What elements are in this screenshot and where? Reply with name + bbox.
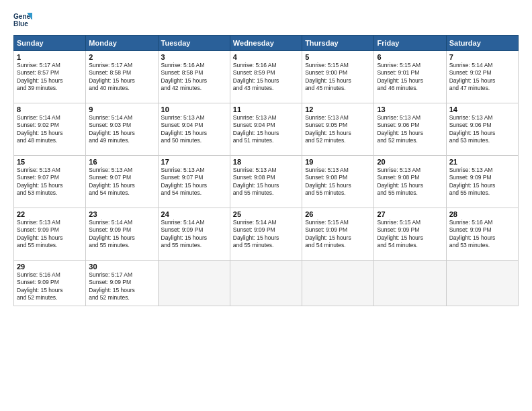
day-info: Sunrise: 5:17 AM Sunset: 8:57 PM Dayligh… — [17, 62, 83, 93]
weekday-header-monday: Monday — [86, 36, 158, 51]
day-number: 16 — [89, 158, 154, 166]
day-info: Sunrise: 5:16 AM Sunset: 9:09 PM Dayligh… — [449, 219, 515, 250]
day-info: Sunrise: 5:14 AM Sunset: 9:09 PM Dayligh… — [161, 219, 227, 250]
day-info: Sunrise: 5:17 AM Sunset: 9:09 PM Dayligh… — [89, 271, 154, 302]
day-number: 11 — [233, 105, 299, 113]
day-number: 21 — [449, 158, 515, 166]
day-info: Sunrise: 5:14 AM Sunset: 9:02 PM Dayligh… — [449, 62, 515, 93]
day-info: Sunrise: 5:16 AM Sunset: 8:58 PM Dayligh… — [161, 62, 227, 93]
day-info: Sunrise: 5:13 AM Sunset: 9:04 PM Dayligh… — [233, 114, 299, 145]
day-number: 9 — [89, 105, 154, 113]
day-info: Sunrise: 5:14 AM Sunset: 9:09 PM Dayligh… — [233, 219, 299, 250]
day-info: Sunrise: 5:13 AM Sunset: 9:08 PM Dayligh… — [305, 167, 371, 197]
day-number: 24 — [161, 210, 227, 218]
calendar-cell: 12 Sunrise: 5:13 AM Sunset: 9:05 PM Dayl… — [302, 103, 374, 156]
day-info: Sunrise: 5:13 AM Sunset: 9:06 PM Dayligh… — [377, 114, 443, 145]
weekday-header-wednesday: Wednesday — [230, 36, 302, 51]
day-number: 6 — [377, 53, 443, 61]
weekday-header-tuesday: Tuesday — [158, 36, 230, 51]
day-info: Sunrise: 5:13 AM Sunset: 9:07 PM Dayligh… — [89, 167, 154, 197]
day-info: Sunrise: 5:13 AM Sunset: 9:08 PM Dayligh… — [377, 167, 443, 197]
calendar-cell: 22 Sunrise: 5:13 AM Sunset: 9:09 PM Dayl… — [14, 208, 86, 261]
calendar-cell: 30 Sunrise: 5:17 AM Sunset: 9:09 PM Dayl… — [86, 261, 158, 306]
calendar-cell: 23 Sunrise: 5:14 AM Sunset: 9:09 PM Dayl… — [86, 208, 158, 261]
day-info: Sunrise: 5:15 AM Sunset: 9:01 PM Dayligh… — [377, 62, 443, 93]
day-info: Sunrise: 5:14 AM Sunset: 9:02 PM Dayligh… — [17, 114, 83, 145]
day-number: 5 — [305, 53, 371, 61]
calendar-cell: 11 Sunrise: 5:13 AM Sunset: 9:04 PM Dayl… — [230, 103, 302, 156]
day-info: Sunrise: 5:15 AM Sunset: 9:00 PM Dayligh… — [305, 62, 371, 93]
day-number: 12 — [305, 105, 371, 113]
calendar-cell: 25 Sunrise: 5:14 AM Sunset: 9:09 PM Dayl… — [230, 208, 302, 261]
day-number: 25 — [233, 210, 299, 218]
day-info: Sunrise: 5:13 AM Sunset: 9:07 PM Dayligh… — [17, 167, 83, 197]
day-info: Sunrise: 5:13 AM Sunset: 9:09 PM Dayligh… — [449, 167, 515, 197]
day-number: 14 — [449, 105, 515, 113]
day-info: Sunrise: 5:17 AM Sunset: 8:58 PM Dayligh… — [89, 62, 154, 93]
calendar-cell: 3 Sunrise: 5:16 AM Sunset: 8:58 PM Dayli… — [158, 51, 230, 103]
calendar-cell: 19 Sunrise: 5:13 AM Sunset: 9:08 PM Dayl… — [302, 156, 374, 208]
calendar-cell: 8 Sunrise: 5:14 AM Sunset: 9:02 PM Dayli… — [14, 103, 86, 156]
general-blue-logo: General Blue — [13, 11, 32, 30]
day-info: Sunrise: 5:13 AM Sunset: 9:09 PM Dayligh… — [17, 219, 83, 250]
day-number: 23 — [89, 210, 154, 218]
calendar-cell: 4 Sunrise: 5:16 AM Sunset: 8:59 PM Dayli… — [230, 51, 302, 103]
day-info: Sunrise: 5:14 AM Sunset: 9:03 PM Dayligh… — [89, 114, 154, 145]
calendar-cell — [446, 261, 518, 306]
day-number: 15 — [17, 158, 83, 166]
day-info: Sunrise: 5:13 AM Sunset: 9:07 PM Dayligh… — [161, 167, 227, 197]
calendar-cell: 14 Sunrise: 5:13 AM Sunset: 9:06 PM Dayl… — [446, 103, 518, 156]
day-number: 10 — [161, 105, 227, 113]
day-number: 4 — [233, 53, 299, 61]
day-number: 28 — [449, 210, 515, 218]
day-number: 26 — [305, 210, 371, 218]
day-number: 30 — [89, 263, 154, 271]
calendar-cell: 5 Sunrise: 5:15 AM Sunset: 9:00 PM Dayli… — [302, 51, 374, 103]
calendar-cell: 29 Sunrise: 5:16 AM Sunset: 9:09 PM Dayl… — [14, 261, 86, 306]
calendar-cell: 20 Sunrise: 5:13 AM Sunset: 9:08 PM Dayl… — [374, 156, 446, 208]
calendar-cell — [302, 261, 374, 306]
weekday-header-friday: Friday — [374, 36, 446, 51]
calendar-cell: 13 Sunrise: 5:13 AM Sunset: 9:06 PM Dayl… — [374, 103, 446, 156]
svg-text:Blue: Blue — [13, 20, 28, 28]
day-number: 22 — [17, 210, 83, 218]
calendar-cell: 9 Sunrise: 5:14 AM Sunset: 9:03 PM Dayli… — [86, 103, 158, 156]
day-info: Sunrise: 5:13 AM Sunset: 9:05 PM Dayligh… — [305, 114, 371, 145]
day-number: 8 — [17, 105, 83, 113]
day-number: 29 — [17, 263, 83, 271]
day-info: Sunrise: 5:13 AM Sunset: 9:04 PM Dayligh… — [161, 114, 227, 145]
calendar-cell: 17 Sunrise: 5:13 AM Sunset: 9:07 PM Dayl… — [158, 156, 230, 208]
calendar-cell: 18 Sunrise: 5:13 AM Sunset: 9:08 PM Dayl… — [230, 156, 302, 208]
calendar-cell: 28 Sunrise: 5:16 AM Sunset: 9:09 PM Dayl… — [446, 208, 518, 261]
calendar-cell — [158, 261, 230, 306]
day-info: Sunrise: 5:16 AM Sunset: 8:59 PM Dayligh… — [233, 62, 299, 93]
day-number: 20 — [377, 158, 443, 166]
day-info: Sunrise: 5:13 AM Sunset: 9:06 PM Dayligh… — [449, 114, 515, 145]
day-number: 18 — [233, 158, 299, 166]
day-number: 13 — [377, 105, 443, 113]
day-info: Sunrise: 5:13 AM Sunset: 9:08 PM Dayligh… — [233, 167, 299, 197]
calendar-cell: 1 Sunrise: 5:17 AM Sunset: 8:57 PM Dayli… — [14, 51, 86, 103]
calendar-cell: 10 Sunrise: 5:13 AM Sunset: 9:04 PM Dayl… — [158, 103, 230, 156]
day-number: 2 — [89, 53, 154, 61]
day-info: Sunrise: 5:14 AM Sunset: 9:09 PM Dayligh… — [89, 219, 154, 250]
weekday-header-thursday: Thursday — [302, 36, 374, 51]
day-number: 17 — [161, 158, 227, 166]
calendar-cell: 16 Sunrise: 5:13 AM Sunset: 9:07 PM Dayl… — [86, 156, 158, 208]
day-info: Sunrise: 5:15 AM Sunset: 9:09 PM Dayligh… — [305, 219, 371, 250]
day-number: 3 — [161, 53, 227, 61]
day-info: Sunrise: 5:16 AM Sunset: 9:09 PM Dayligh… — [17, 271, 83, 302]
weekday-header-sunday: Sunday — [14, 36, 86, 51]
calendar-cell — [374, 261, 446, 306]
calendar-cell: 15 Sunrise: 5:13 AM Sunset: 9:07 PM Dayl… — [14, 156, 86, 208]
calendar-cell: 2 Sunrise: 5:17 AM Sunset: 8:58 PM Dayli… — [86, 51, 158, 103]
calendar-cell: 26 Sunrise: 5:15 AM Sunset: 9:09 PM Dayl… — [302, 208, 374, 261]
day-number: 19 — [305, 158, 371, 166]
calendar-cell: 6 Sunrise: 5:15 AM Sunset: 9:01 PM Dayli… — [374, 51, 446, 103]
calendar-cell: 21 Sunrise: 5:13 AM Sunset: 9:09 PM Dayl… — [446, 156, 518, 208]
calendar-cell: 27 Sunrise: 5:15 AM Sunset: 9:09 PM Dayl… — [374, 208, 446, 261]
day-info: Sunrise: 5:15 AM Sunset: 9:09 PM Dayligh… — [377, 219, 443, 250]
weekday-header-saturday: Saturday — [446, 36, 518, 51]
day-number: 7 — [449, 53, 515, 61]
day-number: 27 — [377, 210, 443, 218]
